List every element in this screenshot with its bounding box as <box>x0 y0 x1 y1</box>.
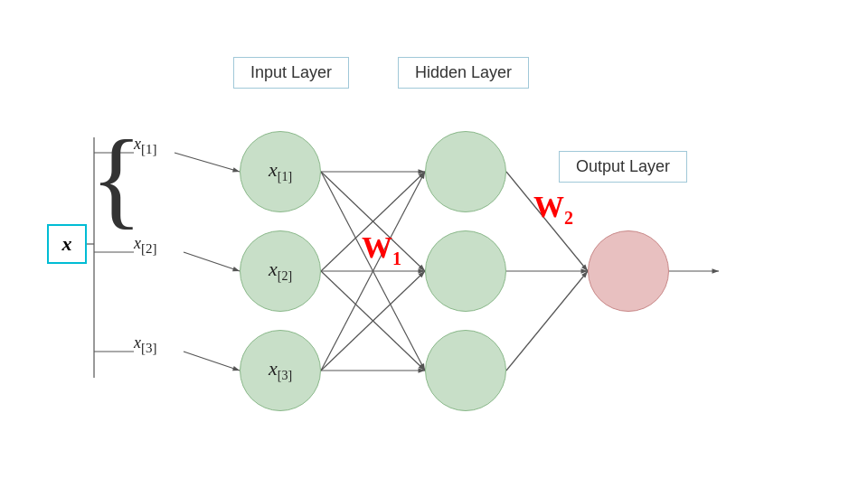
x-input-box: x <box>47 224 87 264</box>
input-node-2: x[2] <box>240 230 321 312</box>
input-layer-label: Input Layer <box>233 57 349 89</box>
hidden-layer-label: Hidden Layer <box>398 57 529 89</box>
x2-side-label: x[2] <box>134 234 157 257</box>
weight-1-label: W1 <box>362 230 401 269</box>
hidden-node-2 <box>425 230 506 312</box>
input-node-1-label: x[1] <box>269 158 292 184</box>
input-node-2-label: x[2] <box>269 258 292 284</box>
x3-side-label: x[3] <box>134 333 157 356</box>
output-layer-label: Output Layer <box>559 151 687 183</box>
input-node-1: x[1] <box>240 131 321 212</box>
input-layer-text: Input Layer <box>250 63 332 81</box>
hidden-node-3 <box>425 330 506 411</box>
weight-2-label: W2 <box>533 190 573 229</box>
hidden-node-1 <box>425 131 506 212</box>
output-node <box>588 230 669 312</box>
hidden-layer-text: Hidden Layer <box>415 63 512 81</box>
output-layer-text: Output Layer <box>576 157 670 175</box>
x-input-label: x <box>62 232 72 256</box>
x1-side-label: x[1] <box>134 135 157 157</box>
input-node-3: x[3] <box>240 330 321 411</box>
input-node-3-label: x[3] <box>269 357 292 383</box>
